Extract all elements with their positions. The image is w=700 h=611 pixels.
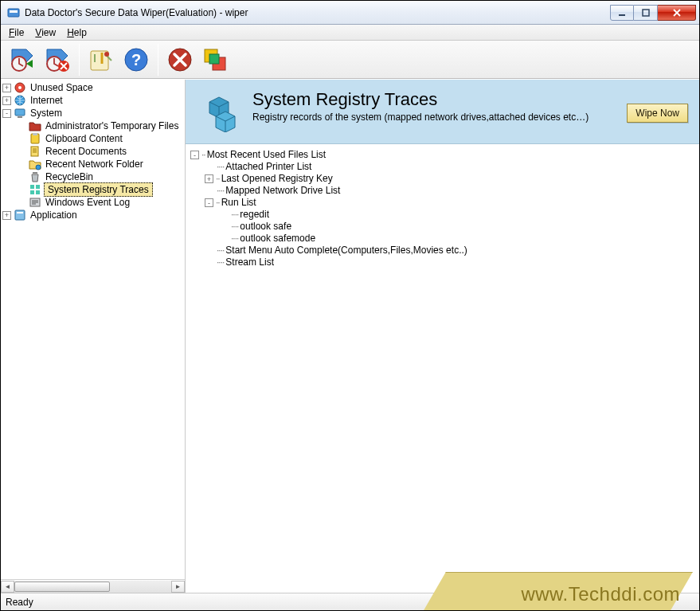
expander-icon[interactable]: + bbox=[2, 84, 11, 92]
tree-label: RecycleBin bbox=[44, 170, 95, 183]
svg-rect-23 bbox=[31, 147, 38, 156]
watermark-text: www.Techddi.com bbox=[521, 583, 680, 605]
tree-label: Clipboard Content bbox=[44, 132, 124, 145]
detail-label: Mapped Network Drive List bbox=[225, 185, 340, 197]
category-tree[interactable]: + Unused Space + Internet - System Admin… bbox=[1, 80, 185, 579]
detail-tree[interactable]: - ·· Most Recent Used Files List ···· At… bbox=[186, 144, 699, 593]
maximize-button[interactable] bbox=[634, 5, 658, 21]
toolbar-help[interactable]: ? bbox=[119, 43, 153, 76]
content-description: Registry records of the system (mapped n… bbox=[252, 112, 589, 123]
tree-label: System bbox=[29, 107, 64, 119]
tree-label: Recent Network Folder bbox=[44, 158, 145, 170]
scroll-left-button[interactable]: ◄ bbox=[1, 581, 14, 593]
menu-view[interactable]: View bbox=[30, 26, 62, 39]
svg-rect-19 bbox=[15, 109, 25, 116]
expander-icon[interactable]: + bbox=[2, 211, 11, 220]
svg-rect-3 bbox=[643, 10, 649, 16]
detail-item[interactable]: ···· Start Menu Auto Complete(Computers,… bbox=[190, 245, 699, 257]
sidebar-hscrollbar[interactable]: ◄ ► bbox=[1, 579, 185, 593]
toolbar-stop-scan[interactable] bbox=[41, 43, 74, 76]
svg-rect-28 bbox=[30, 190, 34, 194]
sidebar: + Unused Space + Internet - System Admin… bbox=[1, 80, 186, 593]
app-icon bbox=[14, 209, 26, 221]
app-icon bbox=[7, 6, 20, 19]
detail-item[interactable]: ···· Attached Printer List bbox=[190, 161, 699, 173]
tree-label-selected: System Registry Traces bbox=[44, 182, 153, 197]
tree-system[interactable]: - System bbox=[2, 107, 185, 119]
registry-icon bbox=[29, 183, 41, 196]
toolbar-separator bbox=[79, 44, 80, 76]
minimize-button[interactable] bbox=[610, 5, 634, 21]
status-text: Ready bbox=[6, 597, 33, 608]
menu-help[interactable]: Help bbox=[62, 26, 93, 39]
content-banner: System Registry Traces Registry records … bbox=[186, 80, 699, 144]
scroll-right-button[interactable]: ► bbox=[171, 581, 185, 593]
toolbar-close[interactable] bbox=[163, 43, 197, 76]
event-log-icon bbox=[29, 196, 41, 209]
detail-item[interactable]: ···· Stream List bbox=[190, 257, 699, 268]
content-pane: System Registry Traces Registry records … bbox=[186, 80, 699, 593]
tree-unused-space[interactable]: + Unused Space bbox=[2, 81, 185, 94]
detail-item[interactable]: -·· Run List bbox=[190, 197, 699, 209]
detail-label: Most Recent Used Files List bbox=[207, 149, 326, 161]
detail-label: Stream List bbox=[225, 257, 274, 268]
tree-internet[interactable]: + Internet bbox=[2, 94, 185, 107]
tree-application[interactable]: + Application bbox=[2, 209, 185, 221]
tree-recyclebin[interactable]: RecycleBin bbox=[2, 170, 185, 183]
detail-item[interactable]: ···· outlook safe bbox=[190, 221, 699, 233]
tree-recent-network[interactable]: Recent Network Folder bbox=[2, 158, 185, 170]
toolbar-settings[interactable] bbox=[84, 43, 118, 76]
toolbar-separator bbox=[158, 44, 158, 76]
tree-event-log[interactable]: Windows Event Log bbox=[2, 196, 185, 209]
tree-clipboard[interactable]: Clipboard Content bbox=[2, 132, 185, 145]
detail-label: Last Opened Registry Key bbox=[221, 173, 333, 185]
toolbar-start-scan[interactable] bbox=[6, 43, 39, 76]
toolbar: ? bbox=[1, 41, 699, 79]
content-heading: System Registry Traces bbox=[252, 89, 589, 110]
detail-label: Start Menu Auto Complete(Computers,Files… bbox=[225, 245, 467, 257]
window-title: Data Doctor's Secure Data Wiper(Evaluati… bbox=[25, 7, 248, 18]
detail-label: outlook safe bbox=[240, 221, 291, 233]
tree-label: Unused Space bbox=[29, 81, 95, 94]
tree-recent-docs[interactable]: Recent Documents bbox=[2, 145, 185, 158]
tree-registry-traces[interactable]: System Registry Traces bbox=[2, 183, 185, 196]
detail-item[interactable]: +·· Last Opened Registry Key bbox=[190, 173, 699, 185]
detail-label: Attached Printer List bbox=[225, 161, 311, 173]
clipboard-icon bbox=[29, 132, 41, 145]
detail-root[interactable]: - ·· Most Recent Used Files List bbox=[190, 149, 699, 161]
scroll-track[interactable] bbox=[14, 581, 171, 593]
expander-icon[interactable]: - bbox=[205, 198, 213, 207]
svg-point-24 bbox=[36, 165, 41, 170]
svg-text:?: ? bbox=[131, 51, 141, 69]
tree-admin-temp[interactable]: Administrator's Temporary Files bbox=[2, 119, 185, 132]
expander-icon[interactable]: - bbox=[190, 151, 199, 159]
tree-label: Windows Event Log bbox=[44, 196, 131, 209]
detail-label: outlook safemode bbox=[240, 233, 315, 245]
svg-point-17 bbox=[18, 86, 22, 89]
menu-file[interactable]: File bbox=[4, 26, 30, 39]
toolbar-switch[interactable] bbox=[198, 43, 232, 76]
menu-bar: File View Help bbox=[1, 25, 699, 41]
svg-rect-26 bbox=[30, 185, 34, 189]
detail-item[interactable]: ···· outlook safemode bbox=[190, 233, 699, 245]
expander-icon[interactable]: + bbox=[2, 96, 11, 105]
svg-rect-29 bbox=[36, 190, 40, 194]
close-window-button[interactable] bbox=[658, 5, 696, 21]
svg-rect-1 bbox=[10, 10, 18, 13]
detail-item[interactable]: ···· regedit bbox=[190, 209, 699, 221]
svg-rect-2 bbox=[619, 14, 625, 16]
detail-label: regedit bbox=[240, 209, 269, 221]
expander-icon[interactable]: - bbox=[2, 109, 11, 118]
scroll-thumb[interactable] bbox=[14, 582, 110, 592]
svg-rect-15 bbox=[209, 54, 219, 64]
globe-icon bbox=[14, 94, 26, 107]
svg-rect-31 bbox=[15, 210, 25, 220]
svg-rect-20 bbox=[18, 116, 22, 118]
window-controls bbox=[610, 5, 696, 21]
svg-rect-25 bbox=[33, 172, 37, 174]
wipe-now-button[interactable]: Wipe Now bbox=[627, 104, 688, 123]
detail-item[interactable]: ···· Mapped Network Drive List bbox=[190, 185, 699, 197]
tree-label: Administrator's Temporary Files bbox=[44, 119, 180, 132]
expander-icon[interactable]: + bbox=[205, 174, 213, 183]
folder-red-icon bbox=[29, 119, 41, 132]
